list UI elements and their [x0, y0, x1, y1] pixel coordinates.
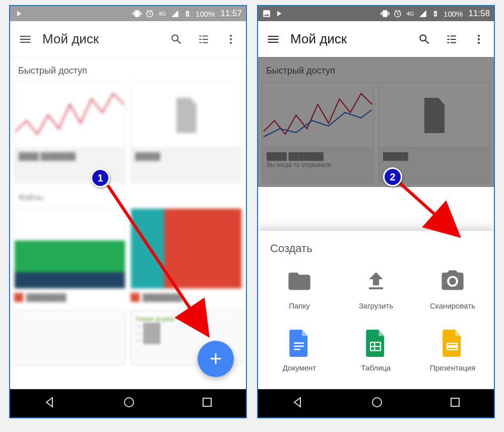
signal-icon [418, 9, 427, 18]
create-slides-button[interactable]: Презентация [416, 324, 489, 377]
alarm-icon [145, 9, 154, 18]
battery-pct: 100% [444, 10, 463, 18]
content-right: Быстрый доступ ████ ███████Вы когда-то о… [258, 57, 494, 389]
signal-icon [170, 9, 179, 18]
slides-label: Презентация [430, 363, 476, 372]
upload-label: Загрузить [359, 301, 394, 310]
svg-rect-13 [294, 349, 300, 350]
file-card[interactable] [14, 310, 125, 365]
quick-access-header: Быстрый доступ [258, 57, 494, 82]
svg-point-9 [478, 38, 480, 40]
sheets-icon [362, 329, 390, 357]
sheet-label: Таблица [361, 363, 391, 372]
status-bar-right: 4G 100% 11:58 [258, 6, 494, 21]
search-button[interactable] [414, 29, 434, 49]
app-notif-icon [274, 9, 283, 18]
svg-rect-21 [451, 398, 459, 406]
files-header: Файлы [10, 187, 246, 208]
search-button[interactable] [166, 29, 186, 49]
svg-point-1 [230, 35, 232, 37]
image-notif-icon [262, 9, 271, 18]
phone-right: 4G 100% 11:58 Мой диск Быстрый доступ [257, 5, 495, 418]
svg-point-2 [230, 38, 232, 40]
doc-label: Документ [283, 363, 317, 372]
quick-card[interactable]: ████ ███████Вы когда-то открывали [262, 82, 373, 183]
docs-icon [285, 329, 313, 357]
svg-point-8 [478, 35, 480, 37]
appbar-right: Мой диск [258, 21, 494, 57]
annotation-badge-1: 1 [91, 168, 110, 188]
scan-button[interactable]: Сканировать [416, 262, 489, 315]
clock: 11:57 [218, 9, 242, 19]
battery-icon [183, 9, 192, 18]
create-bottom-sheet: Создать Папку Загрузить [258, 231, 494, 389]
hamburger-menu-button[interactable] [15, 29, 35, 49]
nav-recents-button[interactable] [202, 397, 213, 410]
overflow-menu-button[interactable] [221, 29, 241, 49]
app-notif-icon [14, 9, 23, 18]
fab-add-button[interactable]: + [198, 341, 234, 377]
upload-icon [362, 267, 390, 295]
battery-pct: 100% [196, 10, 215, 18]
nav-back-button[interactable] [291, 396, 304, 411]
android-navbar [258, 389, 494, 417]
nav-recents-button[interactable] [450, 397, 461, 410]
view-toggle-button[interactable] [442, 29, 462, 49]
upload-button[interactable]: Загрузить [340, 262, 412, 315]
svg-rect-12 [294, 346, 304, 347]
svg-rect-18 [447, 345, 457, 348]
vibrate-icon [133, 9, 142, 18]
form-title: Новая форма [136, 316, 236, 323]
svg-point-5 [124, 398, 134, 407]
hamburger-menu-button[interactable] [263, 29, 283, 49]
nav-back-button[interactable] [43, 396, 56, 411]
svg-point-20 [372, 398, 382, 407]
camera-icon [438, 267, 467, 295]
clock: 11:58 [466, 9, 490, 19]
battery-icon [431, 9, 440, 18]
svg-rect-6 [203, 398, 211, 406]
create-doc-button[interactable]: Документ [263, 324, 336, 377]
annotation-badge-2: 2 [383, 167, 402, 187]
file-caption: ████████ [131, 293, 242, 302]
scan-label: Сканировать [430, 301, 475, 310]
svg-rect-11 [294, 342, 304, 344]
plus-icon: + [210, 347, 222, 371]
folder-icon [285, 267, 313, 295]
page-title: Мой диск [290, 31, 407, 47]
create-folder-button[interactable]: Папку [263, 262, 336, 315]
file-caption: ████████ [14, 293, 125, 302]
page-title: Мой диск [42, 31, 159, 47]
create-folder-label: Папку [289, 301, 309, 310]
svg-line-19 [399, 182, 448, 226]
android-navbar [10, 389, 246, 417]
content-left: Быстрый доступ ████ ███████ █████ Файлы … [10, 57, 246, 389]
status-bar-left: 4G 100% 11:57 [10, 6, 246, 21]
alarm-icon [393, 9, 402, 18]
file-card[interactable] [131, 208, 242, 289]
quick-access-header: Быстрый доступ [10, 57, 246, 82]
phone-left: 4G 100% 11:57 Мой диск Быстрый доступ [9, 5, 247, 418]
vibrate-icon [381, 9, 390, 18]
overflow-menu-button[interactable] [469, 29, 489, 49]
quick-card[interactable]: █████ [131, 82, 242, 183]
svg-point-10 [478, 42, 480, 44]
appbar-left: Мой диск [10, 21, 246, 57]
network-4g-icon: 4G [158, 9, 167, 18]
create-sheet-button[interactable]: Таблица [340, 324, 412, 377]
nav-home-button[interactable] [370, 396, 384, 411]
slides-icon [438, 329, 467, 357]
file-card[interactable] [14, 208, 125, 289]
svg-point-3 [230, 42, 232, 44]
nav-home-button[interactable] [122, 396, 136, 411]
sheet-title: Создать [263, 242, 489, 262]
view-toggle-button[interactable] [194, 29, 214, 49]
network-4g-icon: 4G [406, 9, 415, 18]
quick-card[interactable]: ████ ███████ [14, 82, 125, 183]
